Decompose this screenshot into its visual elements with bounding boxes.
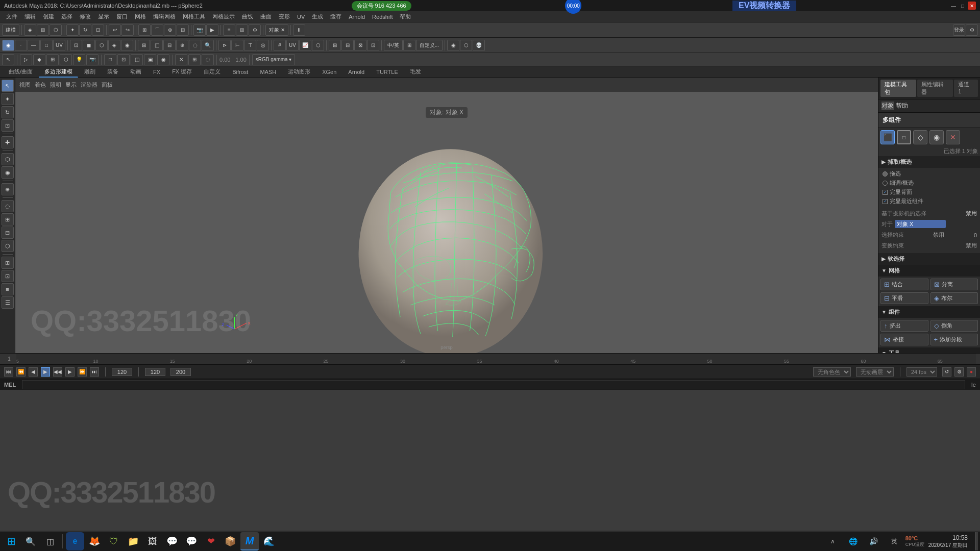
taskbar-wechat[interactable]: 💬 — [182, 532, 201, 550]
menu-edit[interactable]: 编辑 — [21, 12, 39, 21]
wireframe-button[interactable]: ⊡ — [70, 40, 82, 51]
pause-button[interactable]: ⏸ — [293, 24, 305, 36]
rp-subtab-object[interactable]: 对象 — [881, 102, 894, 110]
taskbar-chat[interactable]: 💬 — [163, 532, 181, 550]
tools-section-toggle[interactable]: ▼ 工具 — [878, 347, 980, 353]
tab-animation[interactable]: 动画 — [125, 66, 147, 77]
login-button[interactable]: 登录 — [953, 24, 965, 36]
menu-arnold[interactable]: Arnold — [346, 13, 368, 21]
taskbar-search-button[interactable]: 🔍 — [21, 532, 40, 550]
task-view-button[interactable]: ◫ — [41, 532, 59, 550]
vp-menu-display[interactable]: 显示 — [65, 81, 77, 89]
snap-view-button[interactable]: ⊞ — [2, 213, 14, 226]
menu-file[interactable]: 文件 — [3, 12, 20, 21]
play-button[interactable]: ▶ — [41, 367, 50, 377]
show-manip-button[interactable]: ⊕ — [2, 183, 14, 195]
camera-button[interactable]: 📷 — [193, 24, 206, 36]
deformer1-button[interactable]: ⊞ — [329, 40, 341, 51]
camera-aim-button[interactable]: ◎ — [257, 40, 269, 51]
taskbar-security[interactable]: 🛡 — [105, 532, 123, 550]
menu-select[interactable]: 选择 — [58, 12, 76, 21]
taskbar-firefox[interactable]: 🦊 — [85, 532, 104, 550]
face-mode-button[interactable]: □ — [40, 40, 53, 51]
undo-button[interactable]: ↩ — [109, 24, 121, 36]
menu-modify[interactable]: 修改 — [77, 12, 94, 21]
bounding-box-button[interactable]: ⊟ — [163, 40, 176, 51]
menu-edit-mesh[interactable]: 编辑网格 — [150, 12, 179, 21]
object-anim-button[interactable]: ▷ — [20, 54, 32, 65]
minimize-button[interactable]: — — [949, 2, 958, 10]
timeline-ruler[interactable]: 5 10 15 20 25 30 35 40 45 50 55 60 65 — [16, 354, 976, 364]
redo-button[interactable]: ↪ — [121, 24, 134, 36]
object-mode-button[interactable]: ◉ — [2, 40, 14, 51]
tab-motion-graphics[interactable]: 运动图形 — [282, 66, 316, 77]
prev-frame-button[interactable]: ◀ — [29, 367, 38, 377]
snap-surface-lt[interactable]: ⊟ — [2, 227, 14, 239]
select-lt-button[interactable]: ↖ — [2, 80, 14, 92]
move-lt-button[interactable]: ✦ — [2, 93, 14, 105]
render-dropdown[interactable]: 对象 ✕ — [265, 24, 288, 36]
taskbar-photos[interactable]: 🖼 — [143, 532, 162, 550]
tab-polygon[interactable]: 多边形建模 — [39, 66, 78, 78]
paint-select-button[interactable]: ⬡ — [50, 24, 62, 36]
target-input[interactable] — [895, 220, 946, 228]
snap-curve-button[interactable]: ⌒ — [151, 24, 163, 36]
tool-settings-button[interactable]: ⚙ — [249, 24, 261, 36]
light-shaded-button[interactable]: ◈ — [108, 40, 120, 51]
vp-menu-light[interactable]: 照明 — [50, 81, 61, 89]
panel-lt-btn1[interactable]: ⊞ — [2, 257, 14, 269]
uv-editor-button[interactable]: UV — [286, 40, 299, 51]
maximize-button[interactable]: □ — [959, 2, 967, 10]
separate-button[interactable]: ⊠ 分离 — [930, 279, 978, 290]
tab-curves[interactable]: 曲线/曲面 — [3, 66, 38, 77]
menu-mesh-display[interactable]: 网格显示 — [209, 12, 238, 21]
bevel-button[interactable]: ◇ 倒角 — [930, 320, 978, 332]
prev-key-button[interactable]: ⏪ — [16, 367, 26, 377]
rp-tab-modeling[interactable]: 建模工具包 — [880, 80, 916, 97]
tab-rigging[interactable]: 装备 — [102, 66, 124, 77]
taskbar-maya-active[interactable]: M — [240, 532, 259, 550]
wireframe-icon[interactable]: □ — [897, 130, 911, 144]
snap-surface-button[interactable]: ⊟ — [177, 24, 189, 36]
cube-icon[interactable]: ⬛ — [880, 130, 895, 144]
tab-mash[interactable]: MASH — [254, 67, 282, 77]
start-frame-input[interactable] — [145, 368, 165, 376]
attribute-editor-button[interactable]: ⊞ — [236, 24, 248, 36]
graph-editor-button[interactable]: 📈 — [299, 40, 311, 51]
deformer4-button[interactable]: ⊡ — [367, 40, 379, 51]
loop-button[interactable]: ↺ — [942, 367, 951, 377]
play-start-button[interactable]: ⏮ — [4, 367, 13, 377]
select-tool-button[interactable]: ◈ — [24, 24, 36, 36]
rp-tab-attribute[interactable]: 属性编辑器 — [917, 80, 953, 97]
soft-mod-button[interactable]: ⬡ — [2, 153, 14, 165]
mask1[interactable]: □ — [104, 54, 116, 65]
boolean-button[interactable]: ◈ 布尔 — [930, 292, 978, 304]
soft-select-toggle[interactable]: ▶ 软选择 — [878, 253, 980, 265]
skull-button[interactable]: 💀 — [473, 40, 485, 51]
render-setting1[interactable]: ⊞ — [403, 40, 415, 51]
hypershade-button[interactable]: ⬡ — [312, 40, 324, 51]
taskbar-edge[interactable]: e — [66, 532, 84, 550]
record-button[interactable]: ● — [967, 367, 976, 377]
scale-lt-button[interactable]: ⊡ — [2, 119, 14, 132]
render-preview-button[interactable]: ◉ — [121, 40, 133, 51]
windows-start-button[interactable]: ⊞ — [2, 532, 20, 550]
checkbox-backface[interactable]: ✓ 完显背面 — [883, 188, 976, 196]
mask4[interactable]: ▣ — [144, 54, 156, 65]
next-frame-button[interactable]: ▶ — [65, 367, 75, 377]
universal-manip-button[interactable]: ✚ — [2, 136, 14, 148]
panel-lt-btn2[interactable]: ⊡ — [2, 270, 14, 282]
vp-menu-renderer[interactable]: 渲染器 — [81, 81, 97, 89]
smooth-button[interactable]: ⊟ 平滑 — [880, 292, 928, 304]
textured-button[interactable]: ⬡ — [95, 40, 108, 51]
wireframe-shaded-button[interactable]: ◫ — [151, 40, 163, 51]
menu-display[interactable]: 显示 — [95, 12, 112, 21]
sculpt-button[interactable]: ◉ — [447, 40, 459, 51]
close-icon[interactable]: ✕ — [946, 130, 960, 144]
menu-deform[interactable]: 变形 — [276, 12, 293, 21]
settings-button[interactable]: ⚙ — [966, 24, 978, 36]
mesh-section-toggle[interactable]: ▼ 网格 — [878, 265, 980, 277]
menu-generate[interactable]: 生成 — [309, 12, 326, 21]
vp-menu-view[interactable]: 视图 — [19, 81, 31, 89]
menu-window[interactable]: 窗口 — [113, 12, 131, 21]
